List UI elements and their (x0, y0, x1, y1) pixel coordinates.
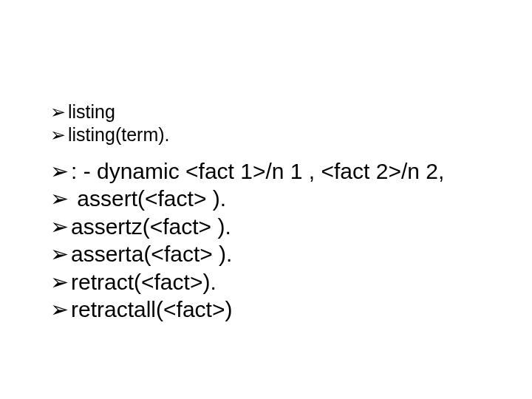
list-item: ➢ : - dynamic <fact 1>/n 1 , <fact 2>/n … (50, 157, 494, 185)
list-item: ➢ assertz(<fact> ). (50, 213, 494, 241)
bullet-icon: ➢ (50, 185, 69, 213)
slide-content: ➢ listing ➢ listing(term). ➢ : - dynamic… (50, 100, 494, 324)
bullet-icon: ➢ (50, 296, 69, 324)
list-item-text: retract(<fact>). (71, 268, 216, 296)
list-item-text: : - dynamic <fact 1>/n 1 , <fact 2>/n 2, (71, 157, 444, 185)
list-item-text: assert(<fact> ). (71, 185, 226, 213)
list-item-text: listing(term). (68, 123, 170, 146)
list-item: ➢ listing (50, 100, 494, 123)
bullet-group-2: ➢ : - dynamic <fact 1>/n 1 , <fact 2>/n … (50, 157, 494, 324)
bullet-icon: ➢ (50, 123, 66, 146)
list-item-text: asserta(<fact> ). (71, 240, 232, 268)
list-item: ➢ retractall(<fact>) (50, 296, 494, 324)
list-item-text: retractall(<fact>) (71, 296, 232, 324)
list-item-text: listing (68, 100, 115, 123)
list-item: ➢ listing(term). (50, 123, 494, 146)
bullet-icon: ➢ (50, 240, 69, 268)
list-item: ➢ asserta(<fact> ). (50, 240, 494, 268)
bullet-icon: ➢ (50, 268, 69, 296)
bullet-icon: ➢ (50, 157, 69, 185)
bullet-icon: ➢ (50, 213, 69, 241)
list-item: ➢ retract(<fact>). (50, 268, 494, 296)
list-item: ➢ assert(<fact> ). (50, 185, 494, 213)
bullet-icon: ➢ (50, 100, 66, 123)
list-item-text: assertz(<fact> ). (71, 213, 231, 241)
bullet-group-1: ➢ listing ➢ listing(term). (50, 100, 494, 147)
